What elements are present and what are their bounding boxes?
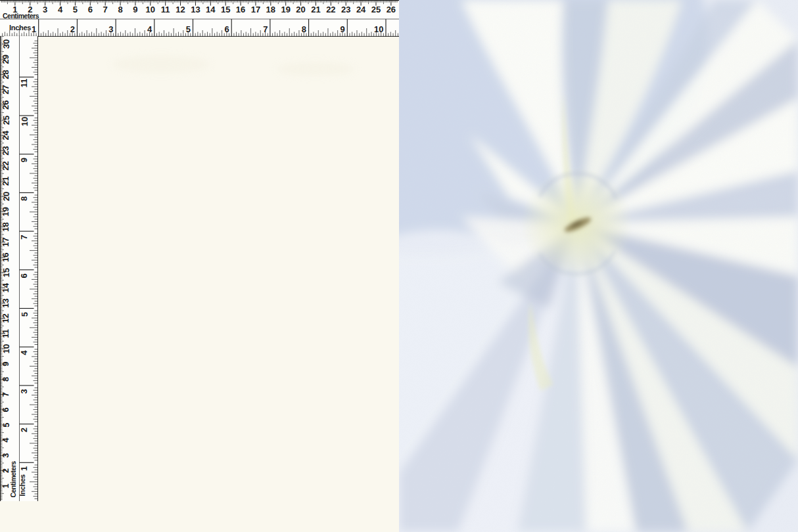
- fabric-product-photo: 1234567891011121314151617181920212223242…: [0, 0, 798, 532]
- ruler-number: 7: [1, 392, 11, 397]
- ruler-number: 28: [1, 70, 11, 79]
- ruler-number: 24: [356, 5, 366, 14]
- ruler-number: 2: [70, 24, 75, 34]
- fabric-smudge: [112, 56, 210, 73]
- twisted-fabric-photo: [399, 0, 798, 532]
- ruler-number: 25: [371, 5, 381, 14]
- ruler-number: 22: [1, 161, 11, 170]
- ruler-number: 10: [146, 5, 155, 14]
- side-ruler-inch-label: Inches: [18, 474, 26, 496]
- ruler-number: 15: [1, 268, 11, 277]
- ruler-number: 12: [176, 5, 185, 14]
- ruler-number: 8: [118, 5, 122, 14]
- ruler-number: 4: [1, 437, 11, 443]
- ruler-number: 20: [1, 192, 11, 201]
- ruler-number: 9: [1, 362, 11, 366]
- ruler-number: 21: [311, 5, 320, 14]
- ruler-number: 27: [1, 85, 11, 94]
- ruler-number: 15: [221, 5, 230, 14]
- ruler-number: 16: [1, 253, 11, 262]
- ruler-number: 10: [1, 344, 11, 353]
- ruler-number: 21: [1, 177, 11, 186]
- ruler-number: 16: [236, 5, 245, 14]
- ruler-number: 1: [32, 24, 36, 34]
- ruler-number: 5: [20, 312, 30, 317]
- ruler-number: 3: [1, 453, 11, 458]
- ruler-number: 4: [58, 5, 63, 14]
- ruler-number: 4: [147, 24, 153, 34]
- ruler-number: 18: [266, 5, 275, 14]
- ruler-number: 19: [1, 207, 11, 216]
- ruler-number: 8: [302, 24, 306, 34]
- flat-swatch-panel: 1234567891011121314151617181920212223242…: [0, 0, 399, 532]
- ruler-number: 6: [20, 273, 30, 278]
- ruler-number: 5: [73, 5, 78, 14]
- ruler-number: 20: [296, 5, 305, 14]
- ruler-number: 14: [1, 282, 11, 292]
- ruler-number: 13: [1, 298, 11, 307]
- ruler-number: 6: [224, 24, 229, 34]
- ruler-number: 30: [1, 39, 11, 49]
- ruler-number: 10: [20, 117, 30, 126]
- ruler-number: 23: [1, 146, 11, 155]
- ruler-number: 11: [1, 329, 11, 338]
- ruler-number: 9: [133, 5, 137, 14]
- side-ruler-cm-label: Centimeters: [9, 461, 17, 498]
- ruler-number: 25: [1, 116, 11, 125]
- ruler-number: 3: [108, 24, 113, 34]
- ruler-number: 6: [1, 407, 11, 412]
- ruler-number: 23: [341, 5, 350, 14]
- ruler-number: 10: [374, 24, 383, 34]
- ruler-number: 14: [206, 5, 216, 14]
- top-ruler-inch-label: Inches: [9, 24, 31, 32]
- ruler-number: 11: [20, 78, 30, 87]
- ruler-number: 3: [43, 5, 47, 14]
- ruler-number: 19: [281, 5, 290, 14]
- ruler-number: 6: [88, 5, 93, 14]
- ruler-number: 26: [387, 5, 396, 14]
- ruler-number: 18: [1, 222, 11, 231]
- ruler-number: 7: [263, 24, 268, 34]
- ruler-number: 11: [161, 5, 170, 14]
- ruler-number: 8: [20, 196, 30, 201]
- vertical-ruler-scale: 1234567891011121314151617181920212223242…: [0, 36, 38, 501]
- ruler-number: 4: [20, 350, 30, 355]
- ruler-number: 29: [1, 55, 11, 64]
- twisted-fabric-illustration: [399, 0, 798, 532]
- ruler-number: 26: [1, 100, 11, 110]
- ruler-number: 1: [20, 466, 30, 471]
- ruler-number: 7: [103, 5, 108, 14]
- ruler-number: 24: [1, 130, 11, 140]
- ruler-number: 22: [326, 5, 335, 14]
- horizontal-ruler-scale: 1234567891011121314151617181920212223242…: [0, 0, 399, 37]
- top-ruler-cm-label: Centimeters: [3, 12, 39, 20]
- horizontal-ruler: 1234567891011121314151617181920212223242…: [0, 0, 399, 37]
- ruler-number: 12: [1, 313, 11, 322]
- fabric-smudge: [276, 62, 355, 76]
- ruler-number: 7: [20, 234, 30, 239]
- ruler-number: 9: [340, 24, 345, 34]
- ruler-number: 17: [251, 5, 260, 14]
- ruler-number: 5: [186, 24, 191, 34]
- ruler-number: 9: [20, 158, 30, 162]
- ruler-number: 3: [20, 389, 30, 393]
- ruler-number: 8: [1, 377, 11, 382]
- ruler-number: 2: [20, 428, 30, 432]
- vertical-ruler: 1234567891011121314151617181920212223242…: [0, 36, 38, 501]
- ruler-number: 17: [1, 237, 11, 246]
- ruler-number: 13: [191, 5, 200, 14]
- fabric-grain-texture: [399, 0, 798, 532]
- ruler-number: 5: [1, 422, 11, 427]
